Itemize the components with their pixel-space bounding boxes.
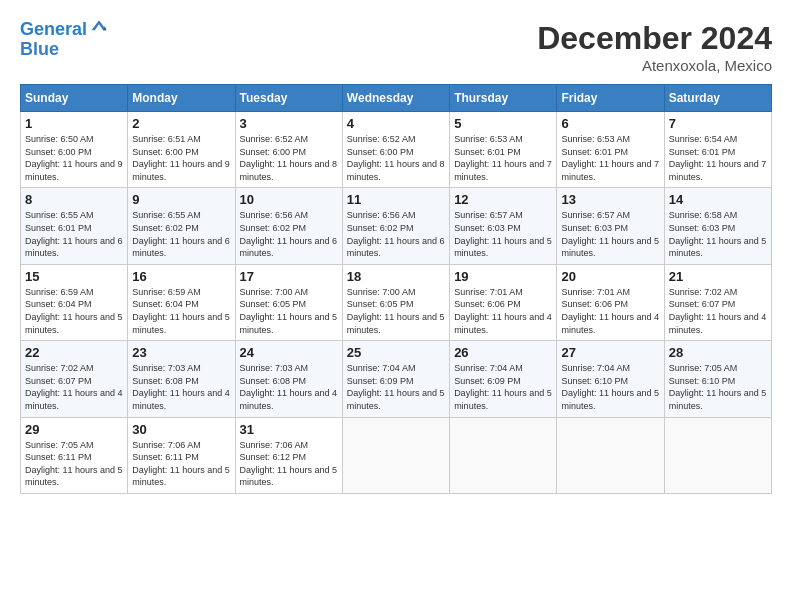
day-info: Sunrise: 6:56 AM Sunset: 6:02 PM Dayligh… — [240, 209, 338, 259]
logo: General Blue — [20, 20, 109, 58]
location-subtitle: Atenxoxola, Mexico — [537, 57, 772, 74]
table-row: 10 Sunrise: 6:56 AM Sunset: 6:02 PM Dayl… — [235, 188, 342, 264]
col-thursday: Thursday — [450, 85, 557, 112]
col-saturday: Saturday — [664, 85, 771, 112]
table-row: 18 Sunrise: 7:00 AM Sunset: 6:05 PM Dayl… — [342, 264, 449, 340]
calendar-week-row: 15 Sunrise: 6:59 AM Sunset: 6:04 PM Dayl… — [21, 264, 772, 340]
day-number: 31 — [240, 422, 338, 437]
day-info: Sunrise: 7:03 AM Sunset: 6:08 PM Dayligh… — [132, 362, 230, 412]
day-number: 22 — [25, 345, 123, 360]
day-number: 26 — [454, 345, 552, 360]
table-row: 21 Sunrise: 7:02 AM Sunset: 6:07 PM Dayl… — [664, 264, 771, 340]
month-title: December 2024 — [537, 20, 772, 57]
table-row: 11 Sunrise: 6:56 AM Sunset: 6:02 PM Dayl… — [342, 188, 449, 264]
table-row: 31 Sunrise: 7:06 AM Sunset: 6:12 PM Dayl… — [235, 417, 342, 493]
table-row: 17 Sunrise: 7:00 AM Sunset: 6:05 PM Dayl… — [235, 264, 342, 340]
header-row: Sunday Monday Tuesday Wednesday Thursday… — [21, 85, 772, 112]
table-row: 16 Sunrise: 6:59 AM Sunset: 6:04 PM Dayl… — [128, 264, 235, 340]
day-number: 25 — [347, 345, 445, 360]
logo-line2: Blue — [20, 39, 59, 59]
day-number: 15 — [25, 269, 123, 284]
table-row: 19 Sunrise: 7:01 AM Sunset: 6:06 PM Dayl… — [450, 264, 557, 340]
day-number: 11 — [347, 192, 445, 207]
day-info: Sunrise: 6:52 AM Sunset: 6:00 PM Dayligh… — [240, 133, 338, 183]
table-row: 24 Sunrise: 7:03 AM Sunset: 6:08 PM Dayl… — [235, 341, 342, 417]
table-row: 22 Sunrise: 7:02 AM Sunset: 6:07 PM Dayl… — [21, 341, 128, 417]
page-header: General Blue December 2024 Atenxoxola, M… — [20, 20, 772, 74]
table-row: 15 Sunrise: 6:59 AM Sunset: 6:04 PM Dayl… — [21, 264, 128, 340]
day-info: Sunrise: 7:05 AM Sunset: 6:11 PM Dayligh… — [25, 439, 123, 489]
day-info: Sunrise: 6:53 AM Sunset: 6:01 PM Dayligh… — [454, 133, 552, 183]
table-row: 30 Sunrise: 7:06 AM Sunset: 6:11 PM Dayl… — [128, 417, 235, 493]
day-info: Sunrise: 6:59 AM Sunset: 6:04 PM Dayligh… — [132, 286, 230, 336]
day-number: 2 — [132, 116, 230, 131]
day-info: Sunrise: 7:00 AM Sunset: 6:05 PM Dayligh… — [347, 286, 445, 336]
table-row: 5 Sunrise: 6:53 AM Sunset: 6:01 PM Dayli… — [450, 112, 557, 188]
table-row: 8 Sunrise: 6:55 AM Sunset: 6:01 PM Dayli… — [21, 188, 128, 264]
calendar-week-row: 22 Sunrise: 7:02 AM Sunset: 6:07 PM Dayl… — [21, 341, 772, 417]
day-info: Sunrise: 6:58 AM Sunset: 6:03 PM Dayligh… — [669, 209, 767, 259]
table-row: 29 Sunrise: 7:05 AM Sunset: 6:11 PM Dayl… — [21, 417, 128, 493]
day-number: 20 — [561, 269, 659, 284]
day-info: Sunrise: 6:50 AM Sunset: 6:00 PM Dayligh… — [25, 133, 123, 183]
day-number: 8 — [25, 192, 123, 207]
table-row: 23 Sunrise: 7:03 AM Sunset: 6:08 PM Dayl… — [128, 341, 235, 417]
day-number: 12 — [454, 192, 552, 207]
day-number: 27 — [561, 345, 659, 360]
day-number: 18 — [347, 269, 445, 284]
day-number: 30 — [132, 422, 230, 437]
day-info: Sunrise: 6:55 AM Sunset: 6:01 PM Dayligh… — [25, 209, 123, 259]
day-info: Sunrise: 7:01 AM Sunset: 6:06 PM Dayligh… — [561, 286, 659, 336]
day-number: 7 — [669, 116, 767, 131]
col-friday: Friday — [557, 85, 664, 112]
col-monday: Monday — [128, 85, 235, 112]
day-info: Sunrise: 6:57 AM Sunset: 6:03 PM Dayligh… — [561, 209, 659, 259]
table-row: 25 Sunrise: 7:04 AM Sunset: 6:09 PM Dayl… — [342, 341, 449, 417]
calendar-week-row: 29 Sunrise: 7:05 AM Sunset: 6:11 PM Dayl… — [21, 417, 772, 493]
table-row — [664, 417, 771, 493]
calendar-week-row: 8 Sunrise: 6:55 AM Sunset: 6:01 PM Dayli… — [21, 188, 772, 264]
day-info: Sunrise: 6:53 AM Sunset: 6:01 PM Dayligh… — [561, 133, 659, 183]
calendar-table: Sunday Monday Tuesday Wednesday Thursday… — [20, 84, 772, 494]
day-number: 1 — [25, 116, 123, 131]
day-number: 14 — [669, 192, 767, 207]
day-info: Sunrise: 7:05 AM Sunset: 6:10 PM Dayligh… — [669, 362, 767, 412]
title-block: December 2024 Atenxoxola, Mexico — [537, 20, 772, 74]
day-info: Sunrise: 6:51 AM Sunset: 6:00 PM Dayligh… — [132, 133, 230, 183]
day-number: 29 — [25, 422, 123, 437]
day-info: Sunrise: 7:02 AM Sunset: 6:07 PM Dayligh… — [669, 286, 767, 336]
table-row: 28 Sunrise: 7:05 AM Sunset: 6:10 PM Dayl… — [664, 341, 771, 417]
logo-text: General — [20, 20, 87, 40]
table-row: 6 Sunrise: 6:53 AM Sunset: 6:01 PM Dayli… — [557, 112, 664, 188]
table-row: 27 Sunrise: 7:04 AM Sunset: 6:10 PM Dayl… — [557, 341, 664, 417]
col-tuesday: Tuesday — [235, 85, 342, 112]
day-info: Sunrise: 6:59 AM Sunset: 6:04 PM Dayligh… — [25, 286, 123, 336]
day-info: Sunrise: 7:01 AM Sunset: 6:06 PM Dayligh… — [454, 286, 552, 336]
day-info: Sunrise: 7:06 AM Sunset: 6:12 PM Dayligh… — [240, 439, 338, 489]
day-number: 10 — [240, 192, 338, 207]
table-row: 4 Sunrise: 6:52 AM Sunset: 6:00 PM Dayli… — [342, 112, 449, 188]
day-info: Sunrise: 7:04 AM Sunset: 6:09 PM Dayligh… — [347, 362, 445, 412]
table-row: 26 Sunrise: 7:04 AM Sunset: 6:09 PM Dayl… — [450, 341, 557, 417]
table-row: 3 Sunrise: 6:52 AM Sunset: 6:00 PM Dayli… — [235, 112, 342, 188]
day-info: Sunrise: 7:00 AM Sunset: 6:05 PM Dayligh… — [240, 286, 338, 336]
table-row — [557, 417, 664, 493]
calendar-week-row: 1 Sunrise: 6:50 AM Sunset: 6:00 PM Dayli… — [21, 112, 772, 188]
day-number: 21 — [669, 269, 767, 284]
day-number: 6 — [561, 116, 659, 131]
table-row: 20 Sunrise: 7:01 AM Sunset: 6:06 PM Dayl… — [557, 264, 664, 340]
day-number: 23 — [132, 345, 230, 360]
day-info: Sunrise: 7:04 AM Sunset: 6:09 PM Dayligh… — [454, 362, 552, 412]
table-row: 14 Sunrise: 6:58 AM Sunset: 6:03 PM Dayl… — [664, 188, 771, 264]
day-number: 3 — [240, 116, 338, 131]
day-info: Sunrise: 7:03 AM Sunset: 6:08 PM Dayligh… — [240, 362, 338, 412]
day-number: 24 — [240, 345, 338, 360]
table-row: 9 Sunrise: 6:55 AM Sunset: 6:02 PM Dayli… — [128, 188, 235, 264]
table-row: 2 Sunrise: 6:51 AM Sunset: 6:00 PM Dayli… — [128, 112, 235, 188]
day-number: 13 — [561, 192, 659, 207]
col-wednesday: Wednesday — [342, 85, 449, 112]
day-number: 4 — [347, 116, 445, 131]
day-number: 5 — [454, 116, 552, 131]
day-info: Sunrise: 6:57 AM Sunset: 6:03 PM Dayligh… — [454, 209, 552, 259]
col-sunday: Sunday — [21, 85, 128, 112]
